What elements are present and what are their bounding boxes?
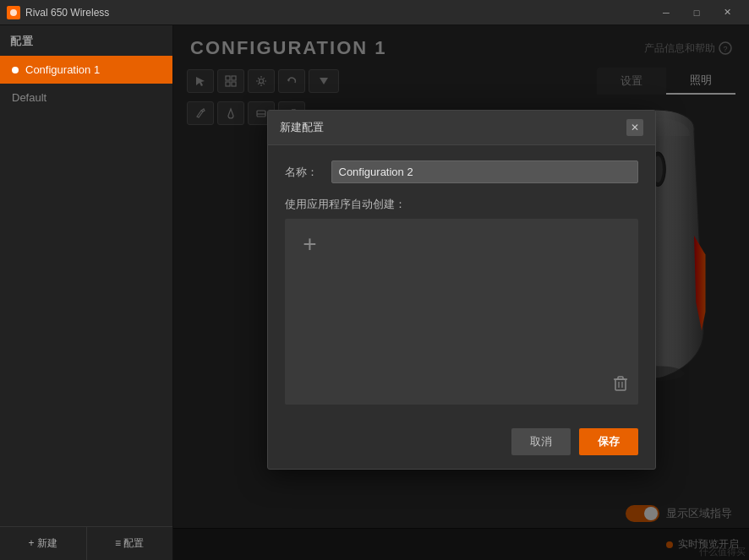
svg-point-0 <box>10 9 17 16</box>
svg-rect-17 <box>615 379 626 390</box>
dialog-overlay: 新建配置 ✕ 名称： 使用应用程序自动创建： + <box>173 25 749 560</box>
app-body: 配置 Configuration 1 Default + 新建 ≡ 配置 CON… <box>0 25 749 560</box>
dialog-close-button[interactable]: ✕ <box>626 119 643 136</box>
drop-area: + <box>285 219 638 405</box>
dialog-header: 新建配置 ✕ <box>268 111 655 145</box>
dialog-title: 新建配置 <box>280 120 324 135</box>
close-button[interactable]: ✕ <box>712 0 742 25</box>
sidebar-item-default-label: Default <box>12 91 46 104</box>
new-config-dialog: 新建配置 ✕ 名称： 使用应用程序自动创建： + <box>267 110 656 470</box>
sidebar-item-config1-label: Configuration 1 <box>25 63 100 76</box>
dialog-body: 名称： 使用应用程序自动创建： + <box>268 145 655 420</box>
active-dot <box>12 67 19 73</box>
save-button[interactable]: 保存 <box>579 428 638 455</box>
maximize-button[interactable]: □ <box>681 0 712 25</box>
app-title: Rival 650 Wireless <box>25 7 651 19</box>
add-app-button[interactable]: + <box>295 229 325 259</box>
minimize-button[interactable]: ─ <box>651 0 681 25</box>
name-row: 名称： <box>285 160 638 183</box>
config-list-label: ≡ 配置 <box>115 536 144 551</box>
window-controls: ─ □ ✕ <box>651 0 742 25</box>
title-bar: Rival 650 Wireless ─ □ ✕ <box>0 0 749 25</box>
sidebar-header: 配置 <box>0 25 172 56</box>
sidebar-item-default[interactable]: Default <box>0 84 172 111</box>
trash-icon <box>611 373 630 392</box>
sidebar-bottom: + 新建 ≡ 配置 <box>0 526 172 560</box>
name-input[interactable] <box>331 160 638 183</box>
main-content: CONFIGURATION 1 产品信息和帮助 ? <box>173 25 749 560</box>
config-list-button[interactable]: ≡ 配置 <box>87 527 173 560</box>
auto-create-label: 使用应用程序自动创建： <box>285 197 638 212</box>
dialog-footer: 取消 保存 <box>268 420 655 469</box>
sidebar: 配置 Configuration 1 Default + 新建 ≡ 配置 <box>0 25 173 560</box>
name-label: 名称： <box>285 165 323 180</box>
cancel-button[interactable]: 取消 <box>511 428 571 455</box>
new-config-button[interactable]: + 新建 <box>0 527 87 560</box>
app-icon <box>7 6 20 19</box>
trash-button[interactable] <box>611 373 630 396</box>
svg-rect-19 <box>618 377 623 379</box>
sidebar-item-config1[interactable]: Configuration 1 <box>0 56 172 84</box>
new-config-label: + 新建 <box>29 536 57 551</box>
